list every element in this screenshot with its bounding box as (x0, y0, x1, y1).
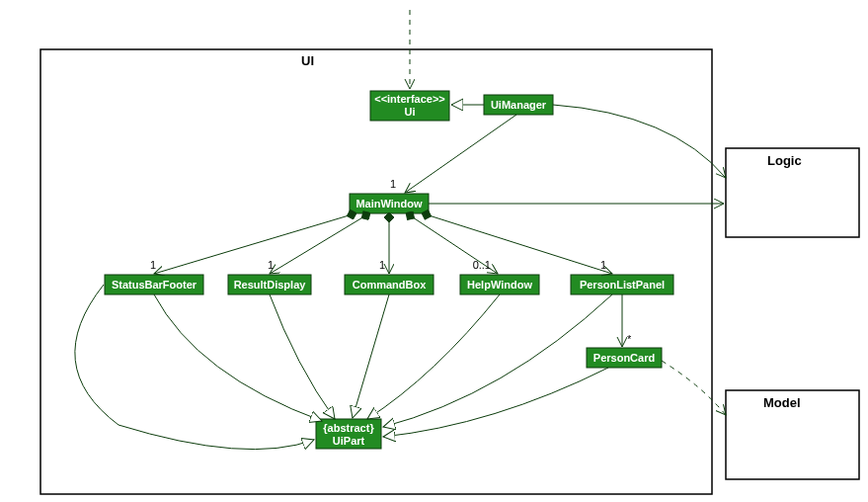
mult-cb: 1 (379, 259, 385, 271)
command-box-label: CommandBox (353, 279, 427, 291)
class-ui-part: {abstract} UiPart (316, 419, 381, 449)
main-window-label: MainWindow (355, 198, 423, 209)
mult-uimanager-mainwindow: 1 (390, 178, 396, 190)
comp-mw-statusbarfooter (154, 213, 355, 274)
comp-mw-personlistpanel (423, 213, 612, 274)
class-status-bar-footer: StatusBarFooter (105, 275, 203, 294)
ui-manager-label: UiManager (491, 99, 547, 111)
ui-part-name: UiPart (333, 435, 365, 447)
class-ui-manager: UiManager (484, 95, 553, 115)
result-display-label: ResultDisplay (234, 279, 307, 291)
mult-pc: * (627, 333, 632, 345)
person-list-panel-label: PersonListPanel (580, 279, 665, 291)
gen-sbf-uipart (154, 294, 322, 421)
package-model-label: Model (763, 395, 801, 410)
dep-personcard-model (662, 361, 726, 415)
mult-rd: 1 (268, 259, 274, 271)
ui-interface-name: Ui (405, 106, 416, 118)
status-bar-footer-label: StatusBarFooter (112, 279, 197, 291)
mult-plp: 1 (600, 259, 606, 271)
class-person-list-panel: PersonListPanel (571, 275, 673, 294)
package-ui-label: UI (301, 53, 314, 68)
person-card-label: PersonCard (593, 352, 655, 364)
mult-sbf: 1 (150, 259, 156, 271)
gen-rd-uipart (270, 294, 335, 419)
comp-mw-resultdisplay (270, 213, 369, 274)
ui-part-stereotype: {abstract} (323, 422, 374, 434)
mult-hw: 0..1 (473, 259, 491, 271)
class-ui-interface: <<interface>> Ui (370, 91, 449, 121)
class-help-window: HelpWindow (460, 275, 539, 294)
class-person-card: PersonCard (587, 348, 662, 368)
class-command-box: CommandBox (345, 275, 434, 294)
class-main-window: MainWindow (350, 194, 429, 213)
package-logic-label: Logic (767, 153, 802, 168)
help-window-label: HelpWindow (467, 279, 532, 291)
gen-mw-uipart-left (75, 285, 314, 450)
assoc-uimanager-mainwindow (405, 115, 516, 193)
gen-cb-uipart (353, 294, 389, 418)
gen-hw-uipart (367, 294, 500, 419)
gen-plp-uipart (383, 294, 612, 427)
ui-interface-stereotype: <<interface>> (374, 93, 445, 105)
gen-pc-uipart (383, 368, 608, 437)
class-result-display: ResultDisplay (228, 275, 311, 294)
assoc-uimanager-logic (553, 105, 726, 178)
